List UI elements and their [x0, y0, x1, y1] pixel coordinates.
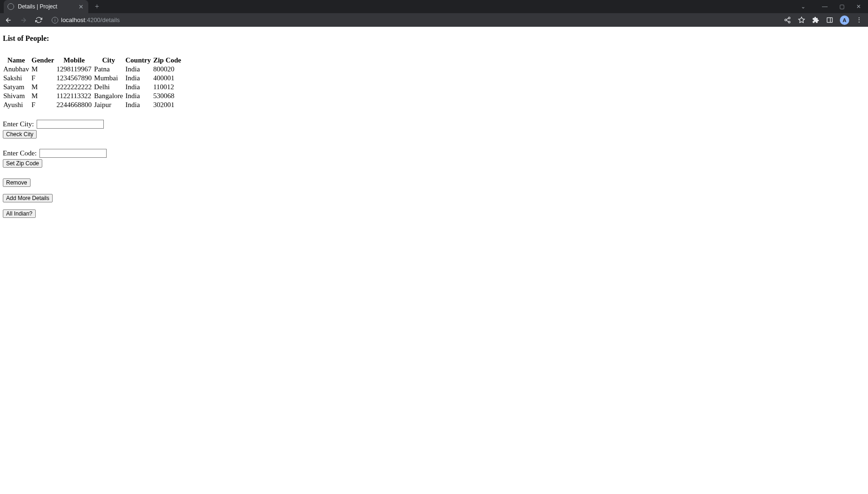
table-row: Satyam M 2222222222 Delhi India 110012 [3, 83, 183, 92]
cell-name: Anubhav [3, 65, 31, 74]
cell-zip: 302001 [153, 100, 183, 109]
cell-country: India [125, 100, 153, 109]
cell-gender: M [31, 92, 56, 100]
menu-icon[interactable]: ⋮ [856, 17, 862, 23]
minimize-button[interactable]: — [820, 3, 829, 10]
cell-zip: 400001 [153, 74, 183, 83]
cell-country: India [125, 74, 153, 83]
svg-point-0 [788, 17, 790, 19]
cell-city: Patna [93, 65, 125, 74]
cell-gender: F [31, 100, 56, 109]
bookmark-icon[interactable] [798, 16, 805, 24]
code-block: Enter Code: Set Zip Code [3, 149, 865, 168]
table-header-row: Name Gender Mobile City Country Zip Code [3, 56, 183, 65]
toolbar-right-icons: A ⋮ [783, 15, 864, 25]
city-label: Enter City: [3, 120, 36, 128]
cell-mobile: 1122113322 [56, 92, 93, 100]
cell-name: Satyam [3, 83, 31, 92]
table-row: Ayushi F 2244668800 Jaipur India 302001 [3, 100, 183, 109]
table-row: Sakshi F 1234567890 Mumbai India 400001 [3, 74, 183, 83]
cell-city: Delhi [93, 83, 125, 92]
cell-mobile: 2222222222 [56, 83, 93, 92]
cell-zip: 800020 [153, 65, 183, 74]
window-controls: ⌄ — ▢ ✕ [798, 3, 868, 10]
all-indian-button[interactable]: All Indian? [3, 209, 36, 218]
city-block: Enter City: Check City [3, 120, 865, 139]
th-country: Country [125, 56, 153, 65]
close-window-button[interactable]: ✕ [854, 3, 863, 10]
cell-mobile: 1298119967 [56, 65, 93, 74]
table-row: Anubhav M 1298119967 Patna India 800020 [3, 65, 183, 74]
cell-gender: M [31, 83, 56, 92]
new-tab-button[interactable]: + [95, 3, 99, 10]
all-indian-block: All Indian? [3, 209, 865, 218]
th-gender: Gender [31, 56, 56, 65]
people-table: Name Gender Mobile City Country Zip Code… [3, 56, 183, 109]
remove-block: Remove [3, 178, 865, 187]
cell-gender: F [31, 74, 56, 83]
address-bar[interactable]: i localhost:4200/details [49, 16, 778, 23]
city-input[interactable] [37, 120, 104, 129]
cell-city: Bangalore [93, 92, 125, 100]
globe-icon [8, 3, 14, 10]
code-input[interactable] [39, 149, 107, 158]
check-city-button[interactable]: Check City [3, 130, 37, 139]
cell-country: India [125, 65, 153, 74]
reload-button[interactable] [34, 15, 43, 25]
cell-name: Ayushi [3, 100, 31, 109]
cell-mobile: 2244668800 [56, 100, 93, 109]
cell-country: India [125, 83, 153, 92]
forward-button[interactable] [19, 15, 28, 25]
page-content: List of People: Name Gender Mobile City … [0, 27, 868, 227]
th-mobile: Mobile [56, 56, 93, 65]
side-panel-icon[interactable] [826, 16, 833, 24]
browser-chrome: Details | Project ✕ + ⌄ — ▢ ✕ i localhos… [0, 0, 868, 27]
add-more-block: Add More Details [3, 193, 865, 202]
set-zip-button[interactable]: Set Zip Code [3, 159, 42, 168]
add-more-button[interactable]: Add More Details [3, 194, 53, 202]
svg-rect-4 [827, 18, 832, 23]
cell-country: India [125, 92, 153, 100]
cell-city: Jaipur [93, 100, 125, 109]
code-label: Enter Code: [3, 149, 39, 157]
cell-name: Shivam [3, 92, 31, 100]
browser-tab[interactable]: Details | Project ✕ [4, 0, 88, 13]
tab-bar: Details | Project ✕ + ⌄ — ▢ ✕ [0, 0, 868, 13]
svg-point-1 [784, 19, 786, 21]
site-info-icon[interactable]: i [52, 17, 58, 23]
cell-zip: 530068 [153, 92, 183, 100]
cell-zip: 110012 [153, 83, 183, 92]
browser-toolbar: i localhost:4200/details A ⋮ [0, 13, 868, 27]
th-zip: Zip Code [153, 56, 183, 65]
cell-name: Sakshi [3, 74, 31, 83]
remove-button[interactable]: Remove [3, 178, 31, 187]
th-name: Name [3, 56, 31, 65]
url-host: localhost [61, 16, 85, 23]
share-icon[interactable] [783, 16, 791, 24]
table-row: Shivam M 1122113322 Bangalore India 5300… [3, 92, 183, 100]
maximize-button[interactable]: ▢ [837, 3, 846, 10]
tab-title: Details | Project [18, 3, 57, 10]
th-city: City [93, 56, 125, 65]
cell-city: Mumbai [93, 74, 125, 83]
chevron-down-icon[interactable]: ⌄ [798, 3, 808, 10]
back-button[interactable] [4, 15, 13, 25]
close-tab-icon[interactable]: ✕ [78, 4, 84, 10]
cell-mobile: 1234567890 [56, 74, 93, 83]
url-path: :4200/details [85, 16, 120, 23]
extensions-icon[interactable] [812, 16, 819, 24]
cell-gender: M [31, 65, 56, 74]
svg-point-2 [788, 21, 790, 23]
profile-avatar[interactable]: A [840, 15, 849, 25]
svg-marker-3 [798, 17, 805, 23]
page-heading: List of People: [3, 34, 865, 43]
